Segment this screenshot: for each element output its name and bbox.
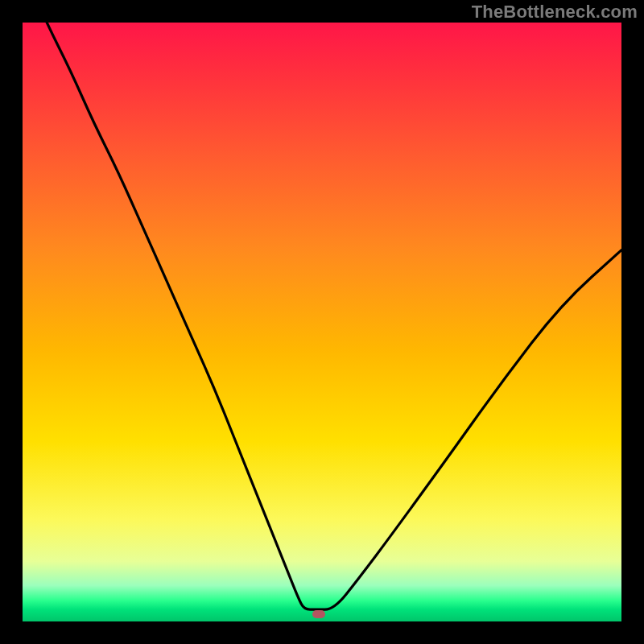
watermark-text: TheBottleneck.com	[472, 2, 638, 23]
plot-area	[23, 23, 621, 621]
bottleneck-curve	[23, 23, 621, 621]
minimum-marker	[312, 610, 325, 618]
chart-frame: TheBottleneck.com	[0, 0, 644, 644]
